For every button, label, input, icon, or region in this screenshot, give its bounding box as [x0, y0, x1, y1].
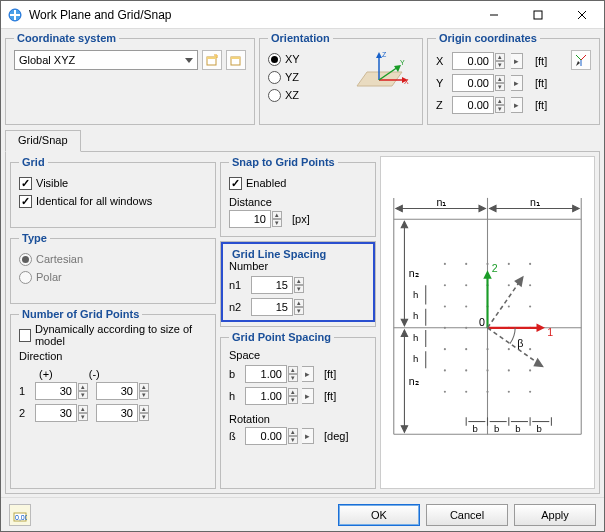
- tab-gridsnap[interactable]: Grid/Snap: [5, 130, 81, 152]
- svg-point-52: [444, 284, 446, 286]
- n1-spinner[interactable]: ▴▾: [251, 276, 304, 294]
- rotation-spinner[interactable]: ▴▾: [245, 427, 298, 445]
- svg-marker-43: [401, 330, 407, 336]
- svg-marker-36: [573, 205, 579, 211]
- svg-point-71: [444, 369, 446, 371]
- svg-point-60: [508, 305, 510, 307]
- orientation-legend: Orientation: [268, 32, 333, 44]
- svg-point-76: [444, 391, 446, 393]
- svg-marker-44: [401, 426, 407, 432]
- svg-text:h: h: [413, 310, 418, 321]
- origin-y-spinner[interactable]: ▴▾: [452, 74, 505, 92]
- svg-text:1: 1: [547, 326, 553, 338]
- svg-point-69: [508, 348, 510, 350]
- svg-point-70: [529, 348, 531, 350]
- dir2-neg-spinner[interactable]: ▴▾: [96, 404, 149, 422]
- new-coord-button[interactable]: [202, 50, 222, 70]
- svg-point-78: [486, 391, 488, 393]
- svg-point-57: [444, 305, 446, 307]
- svg-text:h: h: [413, 289, 418, 300]
- point-spacing-group: Grid Point Spacing Space b ▴▾ ▸[ft] h ▴▾…: [220, 331, 376, 489]
- svg-marker-89: [533, 358, 544, 368]
- coord-system-combo[interactable]: Global XYZ: [14, 50, 198, 70]
- origin-x-spinner[interactable]: ▴▾: [452, 52, 505, 70]
- svg-point-62: [444, 327, 446, 329]
- svg-point-75: [529, 369, 531, 371]
- dynamic-size-check[interactable]: Dynamically according to size of model: [19, 326, 207, 344]
- svg-rect-8: [207, 57, 216, 59]
- svg-text:b: b: [536, 423, 541, 434]
- unit-arrow-icon[interactable]: ▸: [302, 388, 314, 404]
- svg-text:0,00: 0,00: [15, 514, 27, 521]
- snap-group: Snap to Grid Points Enabled Distance ▴▾ …: [220, 156, 376, 237]
- grid-visible-check[interactable]: Visible: [19, 174, 207, 192]
- svg-point-53: [465, 284, 467, 286]
- svg-marker-34: [479, 205, 485, 211]
- apply-button[interactable]: Apply: [514, 504, 596, 526]
- svg-point-61: [529, 305, 531, 307]
- space-b-spinner[interactable]: ▴▾: [245, 365, 298, 383]
- copy-coord-button[interactable]: [226, 50, 246, 70]
- checkbox-icon: [19, 195, 32, 208]
- minimize-button[interactable]: [472, 1, 516, 28]
- type-group: Type Cartesian Polar: [10, 232, 216, 304]
- svg-point-63: [465, 327, 467, 329]
- close-button[interactable]: [560, 1, 604, 28]
- svg-point-51: [529, 263, 531, 265]
- svg-marker-91: [514, 276, 524, 288]
- unit-arrow-icon[interactable]: ▸: [302, 428, 314, 444]
- type-polar[interactable]: Polar: [19, 268, 207, 286]
- radio-icon: [19, 271, 32, 284]
- svg-text:X: X: [404, 78, 409, 85]
- svg-point-55: [508, 284, 510, 286]
- checkbox-icon: [19, 177, 32, 190]
- svg-text:Z: Z: [382, 51, 387, 58]
- svg-rect-2: [14, 10, 16, 20]
- line-spacing-group: Grid Line Spacing Number n1 ▴▾ n2 ▴▾: [220, 241, 376, 327]
- svg-text:Y: Y: [400, 59, 405, 66]
- origin-x-label: X: [436, 55, 446, 67]
- svg-text:β: β: [517, 337, 523, 349]
- svg-point-49: [486, 263, 488, 265]
- svg-line-90: [488, 279, 522, 328]
- unit-arrow-icon[interactable]: ▸: [511, 75, 523, 91]
- ok-button[interactable]: OK: [338, 504, 420, 526]
- snap-distance-spinner[interactable]: ▴▾: [229, 210, 282, 228]
- pick-origin-button[interactable]: [571, 50, 591, 70]
- origin-group: Origin coordinates X ▴▾ ▸[ft] Y ▴▾ ▸[ft]…: [427, 32, 600, 125]
- titlebar: Work Plane and Grid/Snap: [1, 1, 604, 29]
- svg-rect-4: [534, 11, 542, 19]
- space-label: Space: [229, 349, 367, 361]
- svg-point-48: [465, 263, 467, 265]
- orientation-preview-icon: Z X Y: [352, 50, 412, 100]
- help-button[interactable]: 0,00: [9, 504, 31, 526]
- n2-spinner[interactable]: ▴▾: [251, 298, 304, 316]
- dir1-pos-spinner[interactable]: ▴▾: [35, 382, 88, 400]
- svg-point-77: [465, 391, 467, 393]
- dir1-neg-spinner[interactable]: ▴▾: [96, 382, 149, 400]
- dir2-pos-spinner[interactable]: ▴▾: [35, 404, 88, 422]
- maximize-button[interactable]: [516, 1, 560, 28]
- svg-point-72: [465, 369, 467, 371]
- unit-arrow-icon[interactable]: ▸: [511, 53, 523, 69]
- grid-identical-check[interactable]: Identical for all windows: [19, 192, 207, 210]
- unit-arrow-icon[interactable]: ▸: [302, 366, 314, 382]
- svg-point-67: [465, 348, 467, 350]
- svg-marker-84: [483, 270, 492, 279]
- window-title: Work Plane and Grid/Snap: [29, 8, 472, 22]
- type-cartesian[interactable]: Cartesian: [19, 250, 207, 268]
- dialog-window: Work Plane and Grid/Snap Coordinate syst…: [0, 0, 605, 532]
- space-h-spinner[interactable]: ▴▾: [245, 387, 298, 405]
- svg-point-80: [529, 391, 531, 393]
- svg-text:b: b: [494, 423, 499, 434]
- snap-enabled-check[interactable]: Enabled: [229, 174, 367, 192]
- svg-point-56: [529, 284, 531, 286]
- checkbox-icon: [19, 329, 31, 342]
- origin-z-spinner[interactable]: ▴▾: [452, 96, 505, 114]
- unit-arrow-icon[interactable]: ▸: [511, 97, 523, 113]
- svg-point-50: [508, 263, 510, 265]
- svg-rect-11: [231, 57, 240, 59]
- cancel-button[interactable]: Cancel: [426, 504, 508, 526]
- snap-distance-label: Distance: [229, 196, 367, 208]
- origin-y-label: Y: [436, 77, 446, 89]
